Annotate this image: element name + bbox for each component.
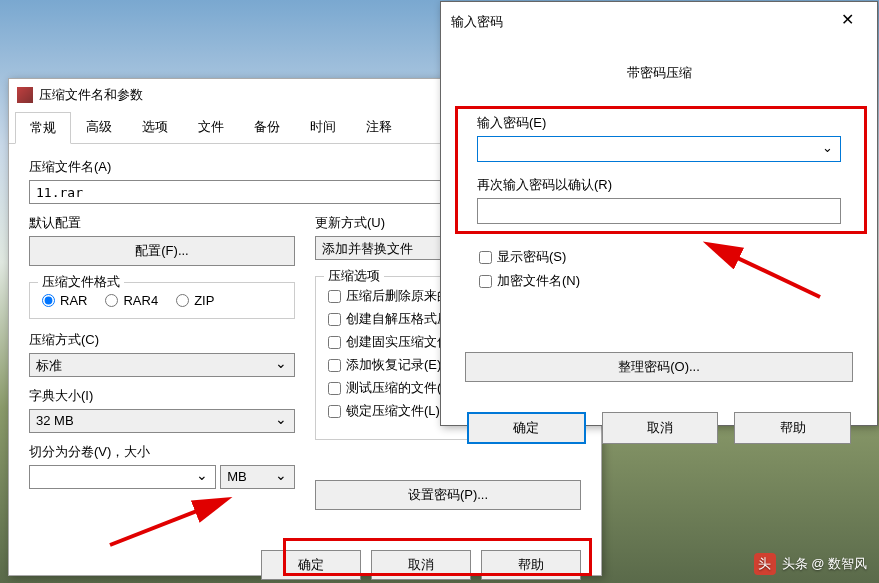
radio-rar4[interactable]: RAR4 [105, 293, 158, 308]
radio-rar[interactable]: RAR [42, 293, 87, 308]
dialog2-titlebar[interactable]: 输入密码 ✕ [441, 2, 877, 42]
close-icon[interactable]: ✕ [827, 8, 867, 36]
tab-general[interactable]: 常规 [15, 112, 71, 144]
confirm-password-label: 再次输入密码以确认(R) [477, 176, 841, 194]
confirm-password-input[interactable] [477, 198, 841, 224]
winrar-icon [17, 87, 33, 103]
pw-cancel-button[interactable]: 取消 [602, 412, 719, 444]
dialog2-title: 输入密码 [451, 13, 503, 31]
method-select[interactable]: 标准 [29, 353, 295, 377]
watermark: 头 头条 @ 数智风 [754, 553, 867, 575]
dialog1-title: 压缩文件名和参数 [39, 86, 143, 104]
options-label: 压缩选项 [324, 267, 384, 285]
set-password-button[interactable]: 设置密码(P)... [315, 480, 581, 510]
watermark-icon: 头 [754, 553, 776, 575]
split-unit-select[interactable]: MB [220, 465, 295, 489]
tab-options[interactable]: 选项 [127, 111, 183, 143]
pw-help-button[interactable]: 帮助 [734, 412, 851, 444]
password-dialog: 输入密码 ✕ 带密码压缩 输入密码(E) 再次输入密码以确认(R) 显示密码(S… [440, 1, 878, 426]
show-password-check[interactable]: 显示密码(S) [479, 248, 839, 266]
dialog1-buttons: 确定 取消 帮助 [9, 538, 601, 583]
encrypt-names-check[interactable]: 加密文件名(N) [479, 272, 839, 290]
tab-backup[interactable]: 备份 [239, 111, 295, 143]
split-label: 切分为分卷(V)，大小 [29, 443, 295, 461]
tab-files[interactable]: 文件 [183, 111, 239, 143]
help-button[interactable]: 帮助 [481, 550, 581, 580]
method-label: 压缩方式(C) [29, 331, 295, 349]
watermark-text: 头条 @ 数智风 [782, 555, 867, 573]
dict-select[interactable]: 32 MB [29, 409, 295, 433]
password-input[interactable] [477, 136, 841, 162]
split-size-select[interactable] [29, 465, 216, 489]
cancel-button[interactable]: 取消 [371, 550, 471, 580]
tab-comment[interactable]: 注释 [351, 111, 407, 143]
profile-label: 默认配置 [29, 214, 295, 232]
radio-zip[interactable]: ZIP [176, 293, 214, 308]
dialog2-body: 带密码压缩 输入密码(E) 再次输入密码以确认(R) 显示密码(S) 加密文件名… [441, 42, 877, 460]
pw-ok-button[interactable]: 确定 [467, 412, 586, 444]
tab-time[interactable]: 时间 [295, 111, 351, 143]
ok-button[interactable]: 确定 [261, 550, 361, 580]
dialog2-subtitle: 带密码压缩 [465, 64, 853, 82]
tab-advanced[interactable]: 高级 [71, 111, 127, 143]
dict-label: 字典大小(I) [29, 387, 295, 405]
profile-button[interactable]: 配置(F)... [29, 236, 295, 266]
enter-password-label: 输入密码(E) [477, 114, 841, 132]
organize-passwords-button[interactable]: 整理密码(O)... [465, 352, 853, 382]
format-label: 压缩文件格式 [38, 273, 124, 291]
